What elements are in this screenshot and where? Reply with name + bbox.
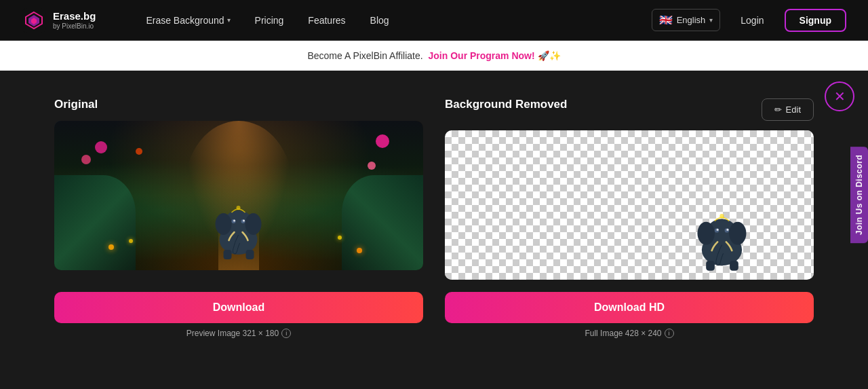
- lang-chevron-icon: ▾: [709, 16, 713, 24]
- nav-pricing[interactable]: Pricing: [245, 10, 294, 31]
- svg-point-17: [717, 229, 719, 231]
- download-hd-button[interactable]: Download HD: [445, 292, 814, 323]
- affiliate-cta[interactable]: Join Our Program Now!: [429, 50, 535, 61]
- discord-sidebar[interactable]: Join Us on Discord: [850, 146, 868, 242]
- affiliate-banner: Become A PixelBin Affiliate. Join Our Pr…: [0, 41, 868, 71]
- images-row: Original: [54, 98, 814, 280]
- close-button[interactable]: ✕: [825, 81, 854, 111]
- brand-logo[interactable]: Erase.bg by PixelBin.io: [22, 8, 96, 33]
- main-content: ✕ Original: [0, 71, 868, 365]
- nav-blog[interactable]: Blog: [361, 10, 399, 31]
- svg-point-8: [243, 220, 245, 222]
- svg-point-6: [233, 220, 235, 222]
- right-panel-header: Background Removed ✏ Edit: [445, 98, 814, 121]
- bg-removed-label: Background Removed: [445, 98, 567, 111]
- signup-button[interactable]: Signup: [785, 9, 846, 32]
- nav-links: Erase Background ▾ Pricing Features Blog: [136, 10, 651, 31]
- preview-info: Preview Image 321 × 180 i: [186, 329, 291, 338]
- svg-point-3: [216, 213, 232, 235]
- affiliate-text: Become A PixelBin Affiliate.: [307, 50, 422, 61]
- download-hd-panel: Download HD Full Image 428 × 240 i: [445, 292, 814, 338]
- download-free-panel: Download Preview Image 321 × 180 i: [54, 292, 423, 338]
- elephant-removed-svg: [692, 202, 753, 273]
- preview-info-icon[interactable]: i: [281, 329, 291, 338]
- flag-icon: 🇬🇧: [659, 14, 673, 26]
- original-image-container: [54, 121, 423, 270]
- language-selector[interactable]: 🇬🇧 English ▾: [652, 9, 721, 31]
- svg-rect-21: [730, 261, 738, 271]
- navbar: Erase.bg by PixelBin.io Erase Background…: [0, 0, 868, 41]
- svg-point-22: [719, 214, 724, 218]
- svg-rect-20: [706, 261, 715, 271]
- svg-point-4: [245, 213, 262, 235]
- svg-point-15: [729, 222, 746, 245]
- svg-point-19: [726, 229, 728, 231]
- chevron-down-icon: ▾: [227, 16, 231, 24]
- affiliate-emojis: 🚀✨: [538, 50, 561, 61]
- login-button[interactable]: Login: [728, 10, 776, 31]
- download-free-button[interactable]: Download: [54, 292, 423, 323]
- nav-erase-background[interactable]: Erase Background ▾: [136, 10, 239, 31]
- brand-name: Erase.bg: [53, 10, 96, 22]
- edit-pencil-icon: ✏: [774, 105, 782, 115]
- full-info-icon[interactable]: i: [665, 329, 674, 338]
- svg-rect-9: [224, 250, 232, 259]
- original-label: Original: [54, 98, 423, 111]
- nav-right: 🇬🇧 English ▾ Login Signup: [652, 9, 846, 32]
- brand-sub: by PixelBin.io: [53, 22, 96, 30]
- svg-point-14: [697, 222, 714, 245]
- actions-row: Download Preview Image 321 × 180 i Downl…: [54, 292, 814, 338]
- elephant-original-svg: [210, 196, 268, 260]
- svg-point-11: [237, 206, 241, 210]
- bg-removed-panel: Background Removed ✏ Edit: [445, 98, 814, 280]
- bg-removed-image-container: [445, 130, 814, 280]
- edit-button[interactable]: ✏ Edit: [762, 98, 814, 121]
- original-panel: Original: [54, 98, 423, 280]
- svg-rect-10: [246, 250, 254, 259]
- nav-features[interactable]: Features: [298, 10, 355, 31]
- full-info: Full Image 428 × 240 i: [585, 329, 673, 338]
- language-label: English: [677, 15, 706, 25]
